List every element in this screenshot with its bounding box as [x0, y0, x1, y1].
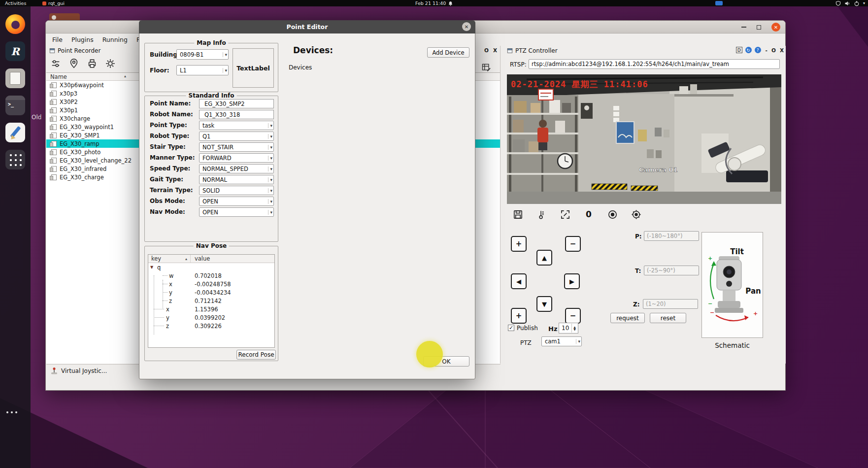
- panel-float-button[interactable]: O: [484, 47, 489, 53]
- rtsp-input[interactable]: [529, 59, 780, 69]
- panel-close-button[interactable]: X: [493, 47, 497, 53]
- request-button[interactable]: request: [610, 313, 645, 323]
- pose-row[interactable]: y0.0399202: [148, 313, 274, 322]
- thermometer-icon[interactable]: [535, 208, 547, 220]
- floor-select[interactable]: L1 ▾: [176, 65, 229, 75]
- camera-select[interactable]: cam1 ▾: [541, 336, 582, 346]
- maximize-icon[interactable]: [757, 25, 761, 30]
- clock[interactable]: Feb 21 11:40: [415, 0, 453, 6]
- document-icon: [51, 158, 57, 164]
- system-tray[interactable]: ▾: [835, 0, 865, 6]
- terminal-icon[interactable]: >_: [5, 96, 25, 115]
- nav-pose-legend: Nav Pose: [194, 242, 229, 249]
- pan-right-button[interactable]: ▶: [564, 273, 580, 289]
- tilt-down-button[interactable]: ▼: [536, 296, 552, 312]
- menu-running[interactable]: Running: [98, 36, 132, 43]
- save-snapshot-icon[interactable]: [512, 208, 524, 220]
- point-type-select[interactable]: task▾: [199, 121, 274, 130]
- gait-type-select[interactable]: NORMAL▾: [199, 175, 274, 184]
- dock-button[interactable]: D: [736, 47, 742, 53]
- speed-type-select[interactable]: NORMAL_SPPED▾: [199, 164, 274, 173]
- dock-page-dots[interactable]: [6, 411, 17, 413]
- manner-type-select[interactable]: FORWARD▾: [199, 153, 274, 163]
- zoom-level-indicator[interactable]: 0: [583, 208, 595, 220]
- menu-file[interactable]: File: [48, 36, 67, 43]
- column-header-key[interactable]: key ▴: [148, 255, 191, 263]
- point-editor-dialog: Point Editor ✕ Map Info Building: 0809-B…: [139, 20, 475, 379]
- nav-pose-rows: ▼q w0.702018 x-0.00248758 y-0.00434234 z…: [148, 263, 274, 330]
- activities-button[interactable]: Activities: [5, 0, 26, 6]
- sort-arrow-icon: ▴: [185, 257, 187, 261]
- app-indicator[interactable]: rqt_gui: [42, 0, 65, 6]
- gear-icon[interactable]: [105, 58, 116, 69]
- panel-float-button[interactable]: O: [771, 47, 776, 53]
- terrain-type-select[interactable]: SOLID▾: [199, 186, 274, 195]
- obs-mode-select[interactable]: OPEN▾: [199, 197, 274, 206]
- show-apps-icon[interactable]: [5, 150, 25, 169]
- focus-out-button[interactable]: −: [565, 308, 581, 324]
- text-editor-icon[interactable]: [5, 123, 25, 142]
- pose-row[interactable]: z0.712142: [148, 297, 274, 305]
- publish-checkbox[interactable]: ✓: [508, 325, 514, 331]
- focus-in-button[interactable]: +: [511, 308, 527, 324]
- help-icon[interactable]: ?: [755, 47, 761, 53]
- chevron-down-icon: ▾: [223, 68, 227, 73]
- table-edit-icon[interactable]: [481, 63, 491, 72]
- zoom-input[interactable]: [643, 299, 698, 309]
- record-icon[interactable]: [606, 208, 618, 220]
- panel-close-button[interactable]: X: [780, 47, 784, 53]
- svg-text:+: +: [753, 310, 758, 317]
- stair-type-select[interactable]: NOT_STAIR▾: [199, 142, 274, 152]
- building-select[interactable]: 0809-B1 ▾: [176, 49, 229, 60]
- waypoint-pin-icon[interactable]: [68, 58, 79, 69]
- pose-row[interactable]: ▼q: [148, 263, 274, 271]
- pose-row[interactable]: w0.702018: [148, 271, 274, 280]
- pose-row[interactable]: x1.15396: [148, 305, 274, 313]
- robot-type-select[interactable]: Q1▾: [199, 132, 274, 141]
- document-icon: [51, 116, 57, 122]
- spinner-arrows-icon[interactable]: ▲▼: [571, 324, 577, 333]
- schematic-pan-label: Pan: [745, 287, 761, 296]
- zoom-label: Z:: [633, 301, 640, 308]
- close-button[interactable]: ✕: [771, 23, 780, 32]
- column-header-value[interactable]: value: [191, 255, 274, 263]
- settings-sliders-icon[interactable]: [50, 58, 61, 69]
- svg-text:−: −: [708, 301, 712, 307]
- field-label: Point Type:: [150, 122, 187, 129]
- pose-row[interactable]: x-0.00248758: [148, 280, 274, 288]
- fullscreen-icon[interactable]: [559, 208, 571, 220]
- map-info-group: Map Info Building: 0809-B1 ▾ Floor: L1 ▾…: [144, 43, 278, 92]
- tilt-input[interactable]: [644, 266, 699, 275]
- chevron-down-icon: ▾: [268, 188, 272, 193]
- screen-share-indicator[interactable]: [715, 0, 723, 6]
- robot-name-input[interactable]: Q1_X30_318: [199, 110, 274, 119]
- firefox-icon[interactable]: [5, 14, 25, 34]
- minimize-icon[interactable]: [741, 27, 746, 28]
- nav-mode-select[interactable]: OPEN▾: [199, 207, 274, 217]
- printer-icon[interactable]: [87, 58, 98, 69]
- ros-app-icon[interactable]: R: [5, 41, 25, 61]
- pose-row[interactable]: y-0.00434234: [148, 288, 274, 297]
- pan-input[interactable]: [644, 231, 699, 241]
- pan-label: P:: [635, 233, 642, 240]
- expander-icon[interactable]: ▼: [150, 265, 153, 269]
- hz-spinner[interactable]: 10 ▲▼: [559, 323, 578, 334]
- video-camera-label: Camera 01: [639, 166, 677, 173]
- dialog-close-button[interactable]: ✕: [462, 22, 471, 31]
- pan-left-button[interactable]: ◀: [511, 273, 527, 289]
- files-icon[interactable]: [5, 68, 25, 88]
- camera-settings-icon[interactable]: [630, 208, 642, 220]
- tilt-up-button[interactable]: ▲: [536, 250, 552, 266]
- zoom-out-button[interactable]: −: [565, 236, 581, 252]
- background-window-icon: [52, 15, 56, 20]
- record-pose-button[interactable]: Record Pose: [236, 350, 276, 360]
- add-device-button[interactable]: Add Device: [427, 47, 469, 58]
- point-name-input[interactable]: EG_X30_SMP2: [199, 99, 274, 108]
- reload-icon[interactable]: ↻: [745, 47, 752, 53]
- pose-row[interactable]: z0.309226: [148, 322, 274, 330]
- dialog-titlebar[interactable]: Point Editor ✕: [139, 20, 475, 33]
- reset-button[interactable]: reset: [650, 313, 686, 323]
- menu-plugins[interactable]: Plugins: [67, 36, 98, 43]
- panel-minimize-button[interactable]: -: [766, 47, 768, 53]
- zoom-in-button[interactable]: +: [511, 236, 527, 252]
